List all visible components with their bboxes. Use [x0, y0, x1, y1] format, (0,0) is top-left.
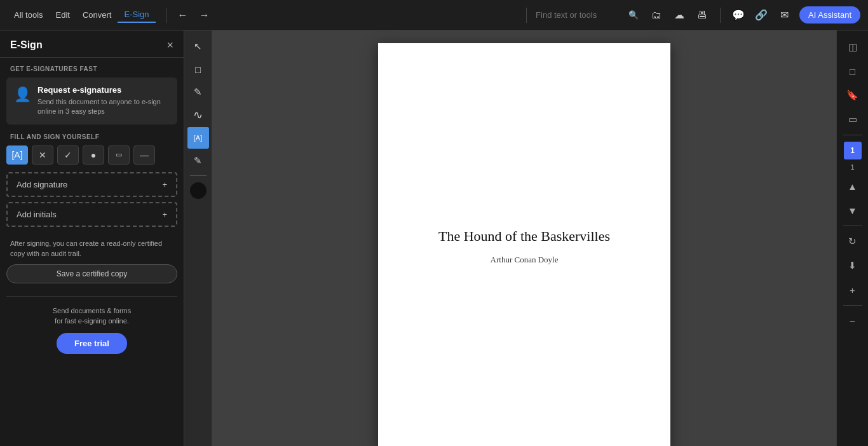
save-certified-copy-button[interactable]: Save a certified copy: [6, 264, 177, 283]
fill-sign-label: FILL AND SIGN YOURSELF: [0, 125, 184, 145]
search-icon: 🔍: [628, 10, 639, 20]
refresh-button[interactable]: ↻: [841, 230, 864, 253]
link-icon-btn[interactable]: 🔗: [751, 5, 771, 25]
esign-panel-header: E-Sign ×: [0, 30, 184, 58]
toolbar-divider-2: [526, 8, 527, 23]
esign-panel-title: E-Sign: [10, 39, 43, 51]
request-esig-sub: Send this document to anyone to e-sign o…: [37, 97, 170, 117]
sign-tool-dot[interactable]: ●: [83, 145, 104, 165]
toolbar-divider-3: [720, 8, 721, 23]
redo-button[interactable]: →: [194, 5, 215, 25]
page-number-total: 1: [850, 163, 854, 171]
toolbar-divider-1: [166, 8, 166, 23]
add-signature-icon: +: [162, 180, 167, 189]
scroll-down-button[interactable]: ▼: [841, 199, 864, 222]
undo-redo-group: ← →: [161, 5, 215, 25]
sign-tool-check[interactable]: ✓: [57, 145, 79, 165]
add-initials-button[interactable]: Add initials +: [6, 202, 177, 227]
add-initials-label: Add initials: [17, 210, 57, 219]
main-area: E-Sign × GET E-SIGNATURES FAST 👤 Request…: [0, 30, 868, 446]
pdf-viewer-area[interactable]: The Hound of the Baskervilles Arthur Con…: [212, 30, 836, 446]
sign-tool-rect[interactable]: ▭: [108, 145, 130, 165]
rp-separator-3: [843, 305, 862, 306]
comments-panel-button[interactable]: □: [841, 60, 864, 83]
layers-panel-button[interactable]: ▭: [841, 108, 864, 131]
undo-button[interactable]: ←: [173, 5, 193, 25]
pdf-page: The Hound of the Baskervilles Arthur Con…: [378, 43, 670, 446]
rp-separator-1: [843, 135, 862, 135]
request-esig-icon: 👤: [14, 86, 31, 103]
pdf-title: The Hound of the Baskervilles: [438, 228, 610, 245]
comment-icon-btn[interactable]: 💬: [728, 5, 749, 25]
signature-tool-button[interactable]: ✎: [187, 150, 209, 172]
search-bar[interactable]: 🔍: [521, 8, 639, 23]
pdf-author: Arthur Conan Doyle: [491, 255, 559, 265]
search-input[interactable]: [536, 10, 625, 20]
bookmarks-panel-button[interactable]: 🔖: [841, 84, 864, 107]
request-esig-card[interactable]: 👤 Request e-signatures Send this documen…: [6, 78, 177, 125]
certified-text: After signing, you can create a read-onl…: [0, 229, 184, 264]
top-toolbar: All tools Edit Convert E-Sign ← → 🔍 🗂 ☁ …: [0, 0, 868, 30]
promo-text: Send documents & forms for fast e-signin…: [0, 306, 184, 333]
add-signature-label: Add signature: [17, 180, 67, 189]
print-icon-btn[interactable]: 🖶: [692, 5, 712, 25]
download-button[interactable]: ⬇: [841, 254, 864, 277]
sign-tools-row: [A] ✕ ✓ ● ▭ —: [0, 145, 184, 170]
esign-menu[interactable]: E-Sign: [118, 7, 155, 23]
comment-tool-button[interactable]: □: [187, 58, 209, 80]
ai-assistant-button[interactable]: AI Assistant: [799, 6, 860, 24]
convert-menu[interactable]: Convert: [76, 8, 118, 22]
edit-menu[interactable]: Edit: [50, 8, 76, 22]
left-vertical-toolbar: ↖ □ ✎ ∿ [A] ✎: [184, 30, 212, 446]
get-sigs-label: GET E-SIGNATURES FAST: [0, 58, 184, 78]
squiggle-tool-button[interactable]: ∿: [187, 104, 209, 126]
rp-separator-2: [843, 226, 862, 226]
panel-divider: [6, 296, 177, 297]
free-trial-button[interactable]: Free trial: [57, 333, 127, 354]
text-field-tool-button[interactable]: [A]: [187, 127, 209, 149]
sign-tool-line[interactable]: —: [133, 145, 155, 165]
add-signature-button[interactable]: Add signature +: [6, 172, 177, 197]
sign-tool-text[interactable]: [A]: [6, 145, 28, 165]
zoom-in-button[interactable]: +: [841, 278, 864, 301]
cloud-icon-btn[interactable]: ☁: [669, 5, 689, 25]
request-esig-title: Request e-signatures: [37, 85, 170, 95]
page-number-current: 1: [844, 142, 862, 159]
pencil-tool-button[interactable]: ✎: [187, 81, 209, 103]
scroll-up-button[interactable]: ▲: [841, 175, 864, 198]
esign-panel: E-Sign × GET E-SIGNATURES FAST 👤 Request…: [0, 30, 184, 446]
request-esig-text: Request e-signatures Send this document …: [37, 85, 170, 117]
esign-close-button[interactable]: ×: [166, 39, 173, 51]
zoom-out-button[interactable]: −: [841, 309, 864, 332]
mail-icon-btn[interactable]: ✉: [774, 5, 794, 25]
lt-separator: [190, 175, 207, 176]
select-tool-button[interactable]: ↖: [187, 36, 209, 57]
all-tools-menu[interactable]: All tools: [8, 8, 50, 22]
toolbar-actions: 🗂 ☁ 🖶 💬 🔗 ✉: [646, 5, 794, 25]
add-initials-icon: +: [162, 210, 167, 219]
portfolio-icon-btn[interactable]: 🗂: [646, 5, 667, 25]
sign-tool-cross[interactable]: ✕: [32, 145, 53, 165]
pages-panel-button[interactable]: ◫: [841, 36, 864, 58]
color-picker-button[interactable]: [190, 182, 207, 199]
right-panel: ◫ □ 🔖 ▭ 1 1 ▲ ▼ ↻ ⬇ + −: [836, 30, 868, 446]
